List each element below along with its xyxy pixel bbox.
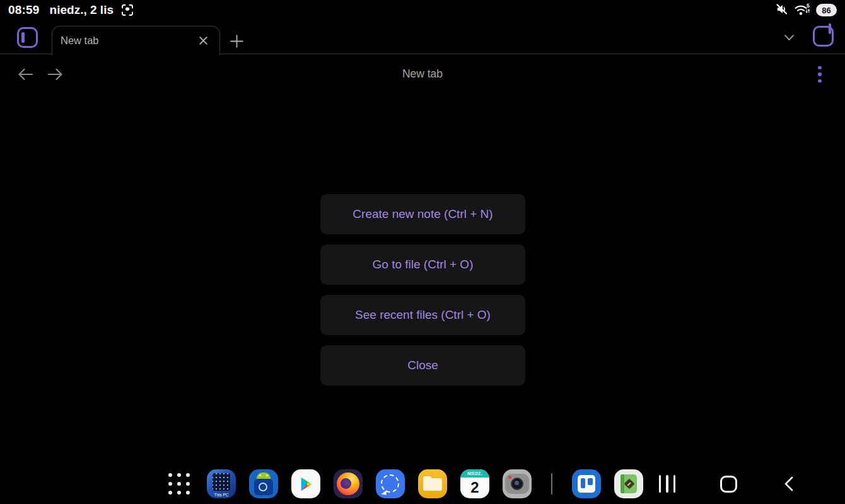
close-button[interactable]: Close bbox=[320, 345, 525, 386]
dock-separator bbox=[551, 473, 552, 495]
wifi-icon: 5 bbox=[794, 3, 810, 18]
page-title: New tab bbox=[0, 54, 845, 93]
arrow-right-icon[interactable] bbox=[45, 64, 66, 84]
right-sidebar-bar bbox=[829, 23, 832, 34]
fox-graphic bbox=[337, 472, 359, 495]
go-to-file-button[interactable]: Go to file (Ctrl + O) bbox=[320, 244, 525, 285]
left-sidebar-bar bbox=[21, 32, 25, 43]
new-tab-menu: Create new note (Ctrl + N) Go to file (C… bbox=[320, 194, 525, 386]
firefox-app-icon[interactable] bbox=[334, 469, 363, 498]
camera-red-dot bbox=[508, 476, 511, 479]
window-graphic bbox=[213, 473, 230, 491]
view-header: New tab bbox=[0, 54, 845, 93]
muted-speaker-icon bbox=[775, 3, 788, 18]
recents-icon[interactable] bbox=[653, 469, 682, 498]
plus-icon[interactable] bbox=[227, 32, 246, 50]
dock: This PC bbox=[0, 464, 845, 504]
close-icon[interactable] bbox=[195, 33, 211, 49]
screen-capture-icon bbox=[121, 4, 134, 16]
backup-restore-app-icon[interactable] bbox=[249, 469, 278, 498]
right-sidebar-toggle-icon[interactable] bbox=[813, 26, 834, 47]
this-pc-label: This PC bbox=[207, 493, 236, 497]
camera-app-icon[interactable] bbox=[503, 469, 532, 498]
screen: 08:59 niedz., 2 lis bbox=[0, 0, 845, 504]
see-recent-files-button[interactable]: See recent files (Ctrl + O) bbox=[320, 295, 525, 335]
notes-book-app-icon[interactable] bbox=[614, 469, 643, 498]
tab-label: New tab bbox=[61, 35, 195, 47]
restore-ring-graphic bbox=[259, 483, 267, 491]
create-new-note-button[interactable]: Create new note (Ctrl + N) bbox=[320, 194, 525, 234]
kebab-menu-icon[interactable] bbox=[811, 64, 829, 84]
my-files-app-icon[interactable] bbox=[418, 469, 447, 498]
date: niedz., 2 lis bbox=[50, 3, 114, 17]
battery-indicator: 86 bbox=[816, 4, 837, 16]
clock: 08:59 bbox=[8, 3, 40, 17]
tab-new-tab[interactable]: New tab bbox=[52, 26, 220, 55]
left-sidebar-toggle-icon[interactable] bbox=[17, 27, 38, 48]
play-triangle-graphic bbox=[298, 476, 315, 493]
trello-app-icon[interactable] bbox=[572, 469, 601, 498]
trello-board-graphic bbox=[578, 475, 595, 493]
calendar-day: 2 bbox=[460, 476, 489, 498]
status-bar: 08:59 niedz., 2 lis bbox=[0, 0, 845, 20]
play-store-app-icon[interactable] bbox=[291, 469, 320, 498]
home-icon[interactable] bbox=[714, 469, 743, 498]
app-drawer-icon[interactable] bbox=[165, 469, 194, 498]
calendar-app-icon[interactable]: NIEDZ. 2 bbox=[460, 469, 489, 498]
tab-bar: New tab bbox=[0, 20, 845, 54]
folder-graphic bbox=[423, 478, 442, 491]
camera-lens-graphic bbox=[511, 478, 523, 490]
svg-text:5: 5 bbox=[807, 3, 810, 9]
this-pc-app-icon[interactable]: This PC bbox=[207, 469, 236, 498]
signal-app-icon[interactable] bbox=[376, 469, 405, 498]
arrow-left-icon[interactable] bbox=[15, 64, 36, 84]
back-icon[interactable] bbox=[774, 469, 803, 498]
chevron-down-icon[interactable] bbox=[782, 30, 796, 45]
bubble-tail-graphic bbox=[381, 489, 387, 495]
